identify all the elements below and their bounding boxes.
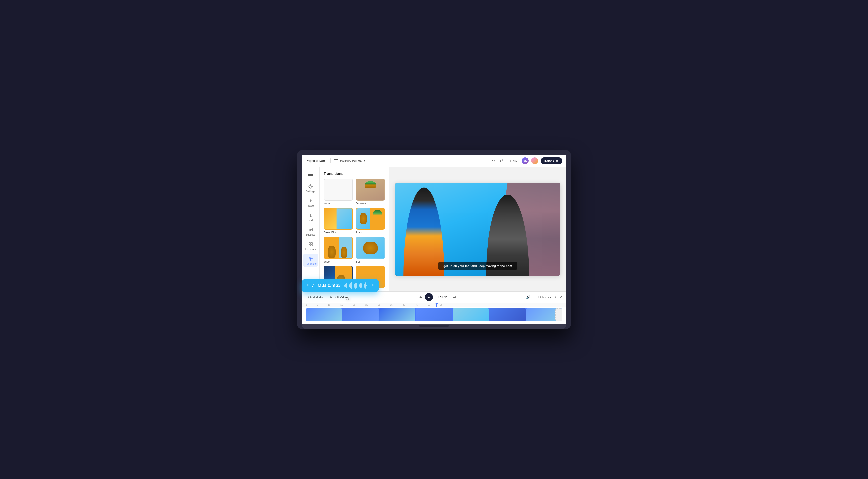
transition-none-label: None xyxy=(323,202,353,205)
minus-zoom[interactable]: − xyxy=(533,296,535,298)
transition-cross-blur[interactable]: Cross Blur xyxy=(323,208,353,234)
video-track xyxy=(306,308,562,321)
transitions-icon xyxy=(308,256,314,261)
subtitles-label: Subtitles xyxy=(306,233,315,236)
track-segment-3[interactable] xyxy=(379,308,415,321)
svg-rect-8 xyxy=(311,244,312,246)
push-left-half xyxy=(356,208,371,229)
sidebar-item-upload[interactable]: Upload xyxy=(303,196,318,209)
add-track-icon: + xyxy=(558,313,560,317)
preview-area: get up on your feet and keep moving to t… xyxy=(389,167,566,291)
transition-thumb-spin xyxy=(356,237,385,259)
user-avatar xyxy=(531,157,538,164)
timeline-controls: + Add Media Split Video ⏮ ▶ 00:02:23 ⏭ xyxy=(302,292,566,303)
panel-title: Transitions xyxy=(319,167,389,179)
timecode-display: 00:02:23 xyxy=(435,295,450,299)
transitions-grid: | None Dissolve xyxy=(319,179,389,291)
wipe-left xyxy=(324,237,339,258)
laptop-notch xyxy=(419,325,449,327)
spin-bg xyxy=(356,237,385,258)
undo-redo-group xyxy=(490,157,505,164)
elements-icon xyxy=(308,241,314,247)
sidebar-item-text[interactable]: Text xyxy=(303,210,318,224)
svg-rect-7 xyxy=(309,244,310,246)
drag-handle-right: ⠿ xyxy=(372,284,374,287)
track-segment-6[interactable] xyxy=(490,308,526,321)
top-bar: Project's Name YouTube Full HD ▾ xyxy=(302,155,566,167)
dissolve-hat xyxy=(365,181,376,188)
track-segment-1[interactable] xyxy=(306,308,342,321)
video-scene: get up on your feet and keep moving to t… xyxy=(395,183,560,276)
transition-thumb-push xyxy=(356,208,385,230)
track-segment-4[interactable] xyxy=(416,308,452,321)
format-icon xyxy=(334,159,338,162)
svg-rect-5 xyxy=(309,242,310,244)
add-track-button[interactable]: + xyxy=(555,308,562,321)
drag-handle-left: ⠿ xyxy=(307,284,309,287)
upload-icon xyxy=(308,198,314,204)
expand-button[interactable]: ⤢ xyxy=(559,295,562,299)
transition-push[interactable]: Push xyxy=(356,208,385,234)
export-label: Export xyxy=(545,159,554,162)
project-name[interactable]: Project's Name xyxy=(306,159,328,163)
transitions-panel: Transitions | None xyxy=(319,167,389,291)
waveform-display xyxy=(344,282,369,289)
user-initials-badge: SK xyxy=(522,157,529,164)
timeline-tracks: + xyxy=(302,307,566,324)
playback-controls: ⏮ ▶ 00:02:23 ⏭ xyxy=(419,293,456,301)
upload-label: Upload xyxy=(307,204,315,207)
toolbar-actions: Invite SK Export xyxy=(490,157,562,164)
separator xyxy=(331,158,331,163)
wipe-right xyxy=(339,237,352,258)
music-card[interactable]: ⠿ ♫ Music.mp3 xyxy=(302,279,379,292)
menu-icon-button[interactable] xyxy=(307,170,315,179)
plus-zoom[interactable]: + xyxy=(555,296,556,298)
sidebar-item-settings[interactable]: Settings xyxy=(303,182,318,195)
music-note-icon: ♫ xyxy=(311,283,315,288)
subtitles-icon xyxy=(308,227,314,233)
blur-right xyxy=(337,208,352,229)
invite-button[interactable]: Invite xyxy=(508,158,519,163)
laptop-base xyxy=(302,324,566,329)
subtitle-text: get up on your feet and keep moving to t… xyxy=(443,264,512,268)
svg-rect-6 xyxy=(311,242,312,244)
undo-button[interactable] xyxy=(490,157,497,164)
transition-thumb-crossblur xyxy=(323,208,353,230)
sidebar-item-subtitles[interactable]: Subtitles xyxy=(303,225,318,238)
transition-spin[interactable]: Spin xyxy=(356,237,385,263)
blur-left xyxy=(324,208,338,229)
fit-timeline-label: Fit Timeline xyxy=(538,296,552,298)
sidebar-item-transitions[interactable]: Transitions xyxy=(303,254,318,267)
music-filename: Music.mp3 xyxy=(317,283,342,288)
wipe-dog2 xyxy=(341,247,347,258)
skip-forward-button[interactable]: ⏭ xyxy=(453,295,456,299)
transition-thumb-none: | xyxy=(323,179,353,200)
spin-dog xyxy=(363,242,377,254)
wipe-dog xyxy=(328,246,336,258)
export-button[interactable]: Export xyxy=(540,157,562,164)
transition-dissolve[interactable]: Dissolve xyxy=(356,179,385,205)
text-label: Text xyxy=(308,219,313,222)
video-preview: get up on your feet and keep moving to t… xyxy=(395,183,560,276)
pineapple-shape xyxy=(373,210,382,221)
push-dog xyxy=(360,213,367,224)
transition-thumb-wipe xyxy=(323,237,353,259)
transition-spin-label: Spin xyxy=(356,260,385,263)
play-button[interactable]: ▶ xyxy=(425,293,433,301)
cursor-hand-icon: ☞ xyxy=(346,295,351,302)
format-selector[interactable]: YouTube Full HD ▾ xyxy=(334,159,365,162)
skip-back-button[interactable]: ⏮ xyxy=(419,295,422,299)
transition-wipe[interactable]: Wipe xyxy=(323,237,353,263)
transition-wipe-label: Wipe xyxy=(323,260,353,263)
sidebar-item-elements[interactable]: Elements xyxy=(303,239,318,253)
playhead[interactable] xyxy=(436,303,437,307)
left-sidebar: Settings Upload xyxy=(302,167,319,291)
volume-button[interactable]: 🔊 xyxy=(526,295,530,299)
redo-button[interactable] xyxy=(498,157,505,164)
track-segment-2[interactable] xyxy=(342,308,379,321)
timeline-ruler: 0 5 10 15 20 25 30 35 40 45 50 60 xyxy=(302,303,566,307)
transition-thumb-dissolve xyxy=(356,179,385,200)
transition-none[interactable]: | None xyxy=(323,179,353,205)
add-media-button[interactable]: + Add Media xyxy=(306,295,325,299)
track-segment-5[interactable] xyxy=(453,308,489,321)
